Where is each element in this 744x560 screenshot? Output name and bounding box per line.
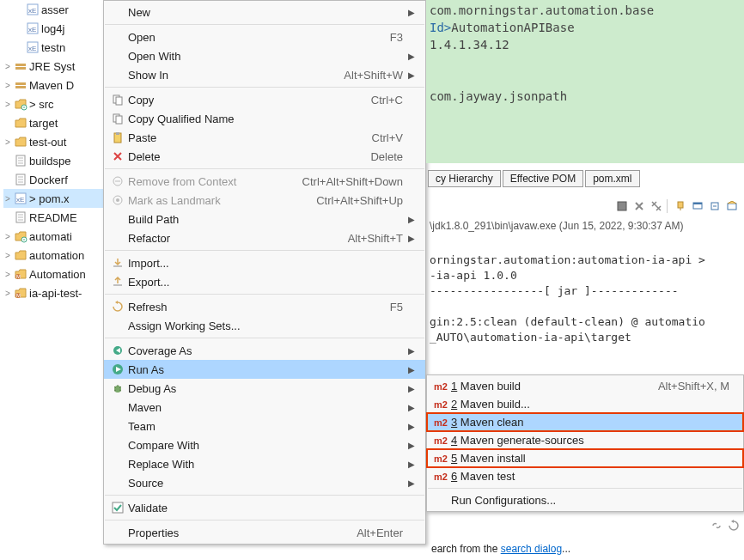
tree-item-label: test-out [29,136,66,149]
menu-item[interactable]: PropertiesAlt+Enter [104,523,425,542]
expand-arrow[interactable]: > [3,194,12,204]
console-line: _AUTO\automation-ia-api\target [430,330,741,345]
scroll-lock-icon[interactable] [708,199,722,213]
menu-item[interactable]: Show InAlt+Shift+W▶ [104,65,425,84]
expand-arrow[interactable]: > [3,289,12,298]
tree-item-label: > src [29,98,54,111]
menu-item[interactable]: Build Path▶ [104,210,425,228]
project-tree[interactable]: xEasserxElog4jxEtestn>JRE Syst>Maven D>>… [0,0,120,302]
menu-item-label: Paste [128,131,372,144]
menu-item[interactable]: Source▶ [104,473,425,492]
menu-item[interactable]: Open With▶ [104,46,425,65]
open-console-icon[interactable] [725,199,739,213]
submenu-item[interactable]: Run Configurations... [427,491,743,509]
menu-item[interactable]: Coverage As▶ [104,341,425,360]
menu-item[interactable]: Import... [104,253,425,272]
console-line [430,237,741,253]
menu-item[interactable]: DeleteDelete [104,147,425,166]
expand-arrow[interactable]: > [3,251,12,260]
refresh2-icon[interactable] [727,519,741,533]
menu-item[interactable]: PasteCtrl+V [104,128,425,147]
tree-item-label: target [29,117,58,130]
folder-icon [14,135,27,149]
editor-line: 1.4.1.34.12 [430,36,744,53]
menu-item[interactable]: Team▶ [104,417,425,435]
submenu-arrow-icon: ▶ [406,52,415,61]
link-icon[interactable] [710,519,723,533]
tree-item-label: Maven D [29,79,74,92]
menu-item[interactable]: Assign Working Sets... [104,316,425,335]
menu-item-label: Debug As [128,382,403,395]
console-line [430,299,741,314]
submenu-arrow-icon: ▶ [406,422,415,431]
submenu-item[interactable]: m26 Maven test [427,467,743,485]
menu-item-shortcut: Ctrl+Alt+Shift+Down [302,175,403,188]
xml-editor[interactable]: com.morningstar.automation.baseId>Automa… [426,0,744,163]
menu-item[interactable]: Maven▶ [104,398,425,417]
expand-arrow[interactable]: > [3,81,12,90]
expand-arrow[interactable]: > [3,270,12,279]
close-icon[interactable] [632,199,646,213]
tree-item-label: > pom.x [29,192,70,205]
editor-tabs[interactable]: cy HierarchyEffective POMpom.xml [426,168,744,189]
expand-arrow[interactable]: > [3,62,12,71]
tree-item-label: Dockerf [29,173,68,186]
tree-item-label: log4j [41,22,64,35]
menu-item[interactable]: Run As▶ [104,360,425,379]
svg-point-29 [116,198,119,202]
expand-arrow[interactable]: > [3,137,12,147]
svg-rect-35 [678,202,683,208]
submenu-item[interactable]: m25 Maven install [427,449,743,467]
search-dialog-link[interactable]: search dialog [501,543,562,555]
display-icon[interactable] [691,199,704,213]
console-line: -ia-api 1.0.0 [430,268,741,283]
menu-item[interactable]: Copy Qualified Name [104,109,425,128]
maven-icon: m2 [430,472,451,482]
console-toolbar[interactable] [426,196,744,216]
context-menu[interactable]: New▶OpenF3Open With▶Show InAlt+Shift+W▶C… [103,0,426,545]
expand-arrow[interactable]: > [3,232,12,241]
menu-separator [428,488,742,489]
menu-item[interactable]: Compare With▶ [104,435,425,454]
menu-item-label: Remove from Context [128,175,302,188]
close-all-icon[interactable] [649,199,663,213]
submenu-item[interactable]: m23 Maven clean [427,413,743,431]
menu-item-label: Coverage As [128,344,403,357]
submenu-item[interactable]: m24 Maven generate-sources [427,431,743,449]
menu-item[interactable]: Export... [104,272,425,291]
menu-item[interactable]: RefreshF5 [104,297,425,316]
xml-icon: xE [26,3,40,16]
bottom-toolbar[interactable] [710,519,741,533]
svg-text:M: M [16,293,21,298]
run-as-submenu[interactable]: m21 Maven buildAlt+Shift+X, Mm22 Maven b… [426,374,744,512]
svg-rect-7 [15,67,26,70]
menu-item[interactable]: CopyCtrl+C [104,90,425,109]
svg-text:xE: xE [28,45,36,52]
submenu-item[interactable]: m21 Maven buildAlt+Shift+X, M [427,377,743,395]
editor-tab[interactable]: pom.xml [585,170,639,187]
editor-tab[interactable]: Effective POM [503,170,583,187]
menu-item[interactable]: OpenF3 [104,27,425,46]
svg-text:xE: xE [28,7,36,15]
editor-line: com.morningstar.automation.base [430,2,744,19]
stop-icon[interactable] [615,199,629,213]
search-hint-pre: earch from the [431,543,501,555]
folder-link-icon [14,97,27,111]
lib-icon [14,78,27,92]
file-icon [14,173,27,186]
menu-item[interactable]: RefactorAlt+Shift+T▶ [104,228,425,247]
menu-item-label: Properties [128,527,357,539]
menu-item[interactable]: Replace With▶ [104,454,425,473]
menu-item-label: Assign Working Sets... [128,320,403,332]
menu-item[interactable]: New▶ [104,3,425,21]
editor-tab[interactable]: cy Hierarchy [428,170,501,187]
menu-item-label: Export... [128,276,403,289]
menu-item-shortcut: Delete [370,150,403,163]
menu-item[interactable]: Debug As▶ [104,379,425,398]
expand-arrow[interactable]: > [3,100,12,109]
console-output[interactable]: \jdk1.8.0_291\bin\javaw.exe (Jun 15, 202… [426,216,744,347]
menu-item[interactable]: Validate [104,498,425,517]
submenu-item[interactable]: m22 Maven build... [427,395,743,413]
pin-icon[interactable] [674,199,687,213]
menu-separator [105,520,424,520]
